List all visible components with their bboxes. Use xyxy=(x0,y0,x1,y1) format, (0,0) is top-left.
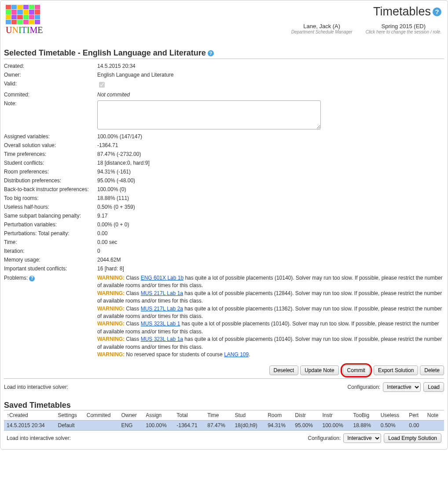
load-empty-solution-button[interactable]: Load Empty Solution xyxy=(384,433,441,443)
warning-label: WARNING: xyxy=(97,275,125,281)
b2b-value: 100.00% (0) xyxy=(97,186,444,192)
user-block[interactable]: Lane, Jack (A) Department Schedule Manag… xyxy=(291,23,353,34)
distpref-value: 95.00% (-48.00) xyxy=(97,177,444,184)
warning-label: WARNING: xyxy=(97,336,125,342)
col-stud[interactable]: Stud xyxy=(232,410,265,421)
iter-label: Iteration: xyxy=(4,248,97,254)
commit-highlight: Commit xyxy=(341,363,372,377)
time-value: 0.00 sec xyxy=(97,239,444,245)
help-icon[interactable]: ? xyxy=(29,276,35,281)
note-textarea[interactable] xyxy=(97,100,321,129)
valid-label: Valid: xyxy=(4,81,97,89)
update-note-button[interactable]: Update Note xyxy=(300,366,338,375)
note-label: Note: xyxy=(4,100,97,131)
distpref-label: Distribution preferences: xyxy=(4,177,97,184)
timepref-value: 87.47% (-2732.00) xyxy=(97,151,444,157)
created-value: 14.5.2015 20:34 xyxy=(97,63,444,69)
table-header-row: Created Settings Commited Owner Assign T… xyxy=(4,410,444,421)
col-useless[interactable]: Useless xyxy=(378,410,407,421)
session-name: Spring 2015 (ED) xyxy=(366,23,441,30)
commit-button[interactable]: Commit xyxy=(343,366,370,375)
load-solver-label: Load into interactive solver: xyxy=(7,435,71,441)
perttot-label: Perturbations: Total penalty: xyxy=(4,230,97,236)
class-link[interactable]: LANG 109 xyxy=(224,351,249,358)
problems-label: Problems: ? xyxy=(4,274,97,358)
committed-label: Commited: xyxy=(4,92,97,98)
col-note[interactable]: Note xyxy=(425,410,444,421)
toobig-label: Too big rooms: xyxy=(4,195,97,201)
toobig-value: 18.88% (111) xyxy=(97,195,444,201)
warning-label: WARNING: xyxy=(97,321,125,327)
col-assign[interactable]: Assign xyxy=(143,410,174,421)
time-label: Time: xyxy=(4,239,97,245)
roompref-label: Room preferences: xyxy=(4,169,97,175)
col-room[interactable]: Room xyxy=(265,410,292,421)
useless-value: 0.50% (0 + 359) xyxy=(97,204,444,210)
warning-label: WARNING: xyxy=(97,306,125,312)
help-icon[interactable]: ? xyxy=(433,7,441,16)
impstud-value: 16 [hard: 8] xyxy=(97,266,444,272)
subpart-label: Same subpart balancing penalty: xyxy=(4,213,97,219)
delete-button[interactable]: Delete xyxy=(420,366,444,375)
class-link[interactable]: MUS 323L Lab 1 xyxy=(141,321,180,327)
configuration-label: Configuration: xyxy=(308,435,341,441)
page-header: UNITIME Timetables ? Lane, Jack (A) Depa… xyxy=(4,3,444,37)
col-settings[interactable]: Settings xyxy=(55,410,84,421)
overall-value: -1364.71 xyxy=(97,142,444,148)
configuration-label: Configuration: xyxy=(348,384,381,390)
pertvar-value: 0.00% (0 + 0) xyxy=(97,222,444,228)
table-row[interactable]: 14.5.2015 20:34 Default ENG 100.00% -136… xyxy=(4,421,444,431)
perttot-value: 0.00 xyxy=(97,230,444,236)
saved-timetables-title: Saved Timetables xyxy=(4,401,444,410)
configuration-select[interactable]: Interactive xyxy=(383,382,421,392)
useless-label: Useless half-hours: xyxy=(4,204,97,210)
session-hint: Click here to change the session / role. xyxy=(366,30,441,34)
help-icon[interactable]: ? xyxy=(208,50,214,56)
col-time[interactable]: Time xyxy=(205,410,232,421)
stud-value: 18 [distance:0, hard:9] xyxy=(97,160,444,166)
class-link[interactable]: MUS 323L Lab 1a xyxy=(141,336,183,342)
col-total[interactable]: Total xyxy=(174,410,205,421)
configuration-select[interactable]: Interactive xyxy=(343,433,381,443)
b2b-label: Back-to-back instructor preferences: xyxy=(4,186,97,192)
deselect-button[interactable]: Deselect xyxy=(269,366,299,375)
load-button[interactable]: Load xyxy=(423,382,444,392)
class-link[interactable]: ENG 601X Lab 1b xyxy=(141,275,184,281)
app-logo[interactable]: UNITIME xyxy=(4,3,44,37)
mem-label: Memory usage: xyxy=(4,257,97,263)
saved-timetables-table: Created Settings Commited Owner Assign T… xyxy=(4,410,444,446)
pertvar-label: Perturbation variables: xyxy=(4,222,97,228)
class-link[interactable]: MUS 217L Lab 2a xyxy=(141,306,183,312)
col-created[interactable]: Created xyxy=(4,410,55,421)
warning-label: WARNING: xyxy=(97,351,125,358)
subpart-value: 9.17 xyxy=(97,213,444,219)
selected-actions: Deselect Update Note Commit Export Solut… xyxy=(4,363,444,377)
stud-label: Student conflicts: xyxy=(4,160,97,166)
assigned-value: 100.00% (147/147) xyxy=(97,133,444,140)
selected-timetable-title: Selected Timetable - English Language an… xyxy=(4,48,444,58)
problems-value: WARNING: Class ENG 601X Lab 1b has quite… xyxy=(97,274,444,358)
col-toobig[interactable]: TooBig xyxy=(350,410,378,421)
col-owner[interactable]: Owner xyxy=(118,410,143,421)
session-block[interactable]: Spring 2015 (ED) Click here to change th… xyxy=(366,23,441,34)
export-solution-button[interactable]: Export Solution xyxy=(374,366,418,375)
user-name: Lane, Jack (A) xyxy=(291,23,353,30)
owner-label: Owner: xyxy=(4,72,97,78)
col-committed[interactable]: Commited xyxy=(84,410,119,421)
col-instr[interactable]: Instr xyxy=(319,410,350,421)
user-role: Department Schedule Manager xyxy=(291,30,353,34)
assigned-label: Assigned variables: xyxy=(4,133,97,140)
warning-label: WARNING: xyxy=(97,290,125,296)
roompref-value: 94.31% (-161) xyxy=(97,169,444,175)
page-title: Timetables ? xyxy=(291,5,441,18)
col-pert[interactable]: Pert xyxy=(406,410,425,421)
class-link[interactable]: MUS 217L Lab 1a xyxy=(141,290,183,296)
valid-checkbox xyxy=(99,82,105,88)
created-label: Created: xyxy=(4,63,97,69)
impstud-label: Important student conflicts: xyxy=(4,266,97,272)
mem-value: 2044.62M xyxy=(97,257,444,263)
committed-value: Not commited xyxy=(97,92,444,98)
owner-value: English Language and Literature xyxy=(97,72,444,78)
load-solver-label: Load into interactive solver: xyxy=(4,384,68,390)
col-distr[interactable]: Distr xyxy=(292,410,319,421)
